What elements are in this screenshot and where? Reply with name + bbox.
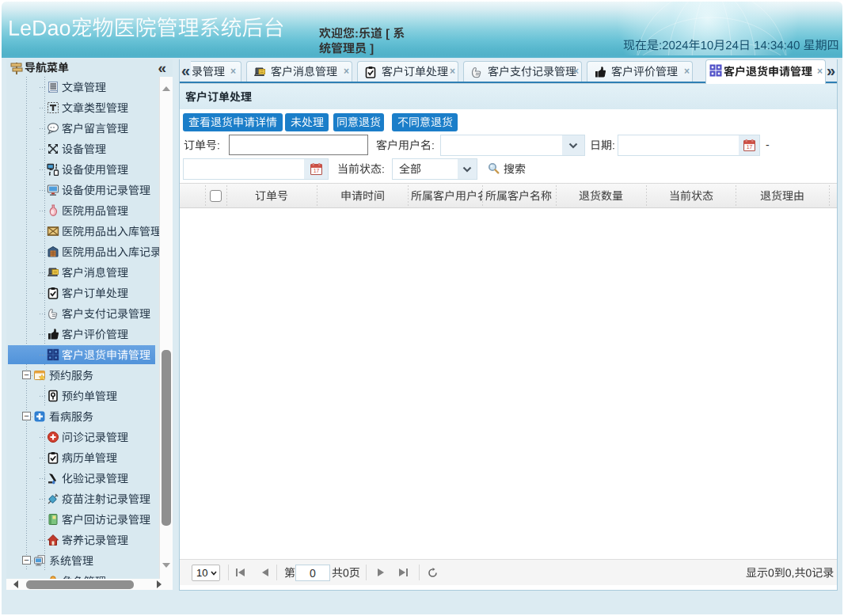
- svg-text:17: 17: [313, 168, 319, 173]
- svg-text:17: 17: [746, 144, 752, 150]
